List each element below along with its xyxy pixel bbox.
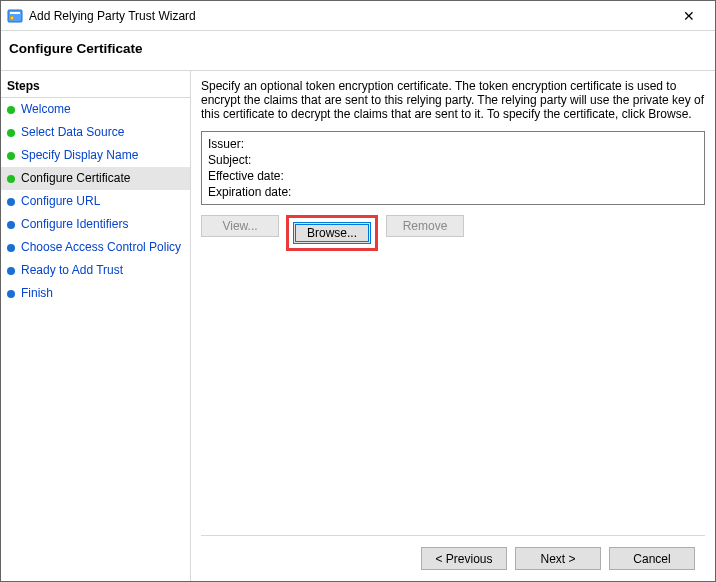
step-bullet-icon <box>7 267 15 275</box>
step-label: Ready to Add Trust <box>21 263 123 278</box>
wizard-footer: < Previous Next > Cancel <box>201 535 705 581</box>
app-icon <box>7 8 23 24</box>
subject-label: Subject: <box>208 153 251 167</box>
step-label: Configure URL <box>21 194 100 209</box>
step-label: Finish <box>21 286 53 301</box>
step-label: Configure Certificate <box>21 171 130 186</box>
browse-button[interactable]: Browse... <box>293 222 371 244</box>
step-bullet-icon <box>7 152 15 160</box>
svg-rect-0 <box>8 10 22 22</box>
step-welcome[interactable]: Welcome <box>1 98 190 121</box>
step-configure-identifiers[interactable]: Configure Identifiers <box>1 213 190 236</box>
window-title: Add Relying Party Trust Wizard <box>29 9 669 23</box>
view-button: View... <box>201 215 279 237</box>
issuer-label: Issuer: <box>208 137 244 151</box>
svg-rect-1 <box>10 12 20 14</box>
page-title: Configure Certificate <box>9 41 707 56</box>
cancel-button[interactable]: Cancel <box>609 547 695 570</box>
step-label: Welcome <box>21 102 71 117</box>
remove-button: Remove <box>386 215 464 237</box>
step-configure-url[interactable]: Configure URL <box>1 190 190 213</box>
step-label: Choose Access Control Policy <box>21 240 181 255</box>
page-header: Configure Certificate <box>1 31 715 71</box>
content-inner: Specify an optional token encryption cer… <box>201 79 705 535</box>
certificate-details-box: Issuer: Subject: Effective date: Expirat… <box>201 131 705 205</box>
cert-button-row: View... Browse... Remove <box>201 215 705 251</box>
step-label: Select Data Source <box>21 125 124 140</box>
browse-highlight: Browse... <box>286 215 378 251</box>
next-button[interactable]: Next > <box>515 547 601 570</box>
subject-row: Subject: <box>208 152 698 168</box>
effective-date-row: Effective date: <box>208 168 698 184</box>
step-choose-access-control-policy[interactable]: Choose Access Control Policy <box>1 236 190 259</box>
steps-title: Steps <box>1 75 190 98</box>
step-label: Configure Identifiers <box>21 217 128 232</box>
step-bullet-icon <box>7 290 15 298</box>
close-icon: ✕ <box>683 8 695 24</box>
step-select-data-source[interactable]: Select Data Source <box>1 121 190 144</box>
wizard-window: Add Relying Party Trust Wizard ✕ Configu… <box>0 0 716 582</box>
previous-button[interactable]: < Previous <box>421 547 507 570</box>
step-bullet-icon <box>7 129 15 137</box>
content-pane: Specify an optional token encryption cer… <box>191 71 715 581</box>
expiration-date-row: Expiration date: <box>208 184 698 200</box>
wizard-body: Steps Welcome Select Data Source Specify… <box>1 71 715 581</box>
issuer-row: Issuer: <box>208 136 698 152</box>
titlebar: Add Relying Party Trust Wizard ✕ <box>1 1 715 31</box>
effective-date-label: Effective date: <box>208 169 284 183</box>
expiration-date-label: Expiration date: <box>208 185 291 199</box>
steps-sidebar: Steps Welcome Select Data Source Specify… <box>1 71 191 581</box>
cancel-button-label: Cancel <box>633 552 670 566</box>
close-button[interactable]: ✕ <box>669 2 709 30</box>
step-bullet-icon <box>7 221 15 229</box>
step-label: Specify Display Name <box>21 148 138 163</box>
step-bullet-icon <box>7 198 15 206</box>
step-specify-display-name[interactable]: Specify Display Name <box>1 144 190 167</box>
svg-point-2 <box>10 16 14 20</box>
step-configure-certificate[interactable]: Configure Certificate <box>1 167 190 190</box>
browse-button-label: Browse... <box>307 226 357 240</box>
step-bullet-icon <box>7 175 15 183</box>
step-bullet-icon <box>7 106 15 114</box>
step-bullet-icon <box>7 244 15 252</box>
description-text: Specify an optional token encryption cer… <box>201 79 705 121</box>
view-button-label: View... <box>222 219 257 233</box>
previous-button-label: < Previous <box>435 552 492 566</box>
remove-button-label: Remove <box>403 219 448 233</box>
step-finish[interactable]: Finish <box>1 282 190 305</box>
step-ready-to-add-trust[interactable]: Ready to Add Trust <box>1 259 190 282</box>
next-button-label: Next > <box>540 552 575 566</box>
